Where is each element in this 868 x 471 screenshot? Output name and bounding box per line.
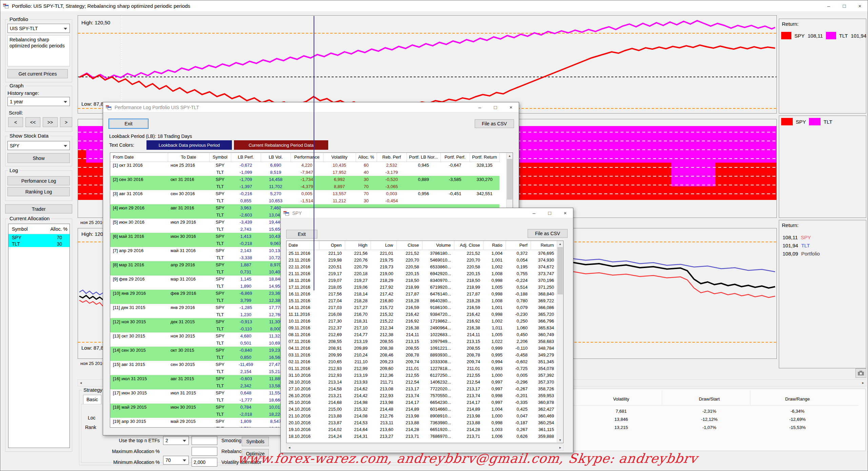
performance-log-row[interactable]: TLT0,85510,653-1,51411,21230-0,454 (110, 197, 499, 204)
spy-quote-row[interactable]: 02.11.2016210,65211,10209,23209,74103330… (287, 358, 557, 365)
maximize-icon[interactable]: □ (488, 102, 503, 112)
symbols-button[interactable]: Symbols (242, 437, 269, 446)
col-to-date[interactable]: To Date (168, 153, 209, 162)
col-lb-vol[interactable]: LB Vol. (261, 153, 291, 162)
spy-quote-row[interactable]: 03.11.2016209,99210,24208,46208,78889393… (287, 351, 557, 358)
spy-quote-row[interactable]: 10.11.2016217,30218,31215,22216,92171986… (287, 318, 557, 324)
spy-hscrollbar[interactable]: ◄ ► (286, 445, 564, 451)
scrollbar-right-icon[interactable]: ► (860, 381, 866, 385)
spy-quote-row[interactable]: 11.11.2016216,08216,70215,32216,42938472… (287, 311, 557, 318)
spy-quote-row[interactable]: 25.10.2016214,68214,98213,98214,17665423… (287, 399, 557, 406)
scroll-fast-right-button[interactable]: >> (43, 117, 58, 127)
spy-quote-row[interactable]: 18.10.2016214,24214,31213,27213,71768697… (287, 433, 557, 439)
scrollbar-up-icon[interactable]: ▲ (507, 153, 513, 159)
allocation-row[interactable]: TLT 30 (8, 241, 70, 247)
minimize-icon[interactable]: – (472, 102, 488, 112)
performance-log-row[interactable]: TLT-1,0998,519-7,94717,95240-3,179 (110, 169, 499, 176)
max-allocation-select[interactable]: 70 (163, 456, 189, 465)
spy-quote-row[interactable]: 19.10.2016214,02214,64213,60214,28665192… (287, 426, 557, 433)
stats-col-drawrange[interactable]: Draw/Range (760, 396, 835, 402)
stock-select[interactable]: SPY (7, 141, 70, 150)
scrollbar-thumb[interactable] (507, 159, 512, 200)
performance-log-button[interactable]: Perfomance Log (7, 176, 70, 185)
col-portf-lb[interactable]: Portf. LB Nor... (407, 153, 440, 162)
minimize-icon[interactable]: – (526, 208, 542, 218)
col-ratio[interactable]: Ratio (483, 241, 506, 250)
performance-log-row[interactable]: [1] окт 31 2016ноя 25 2016SPY-0,6726,690… (110, 162, 499, 169)
spy-vscrollbar[interactable]: ▲ ▼ (557, 241, 563, 443)
rebalance-strength-input[interactable] (192, 447, 217, 456)
spy-quote-row[interactable]: 24.10.2016215,00215,32214,48214,89601466… (287, 406, 557, 412)
col-high[interactable]: High (345, 241, 371, 250)
spy-quote-row[interactable]: 15.11.2016217,04218,28216,80218,28864028… (287, 297, 557, 304)
stats-col-drawstart[interactable]: Draw/Start (672, 396, 747, 402)
spy-quote-row[interactable]: 04.11.2016208,91209,89208,38208,55109122… (287, 345, 557, 351)
scrollbar-thumb[interactable] (557, 247, 563, 294)
snapshot-button[interactable] (855, 368, 866, 378)
price-chart-panel[interactable]: High: 120,50 Low: 87,88 (78, 15, 777, 114)
col-volume[interactable]: Volume (422, 241, 454, 250)
get-prices-button[interactable]: Get current Prices (7, 69, 68, 78)
spy-quote-row[interactable]: 25.11.2016221,10221,56221,01221,52378618… (287, 250, 557, 257)
performance-log-row[interactable]: [2] сен 30 2016окт 31 2016SPY-1,70914,45… (110, 176, 499, 183)
col-portf-return[interactable]: Portf. Return (470, 153, 499, 162)
history-range-select[interactable]: 1 year (7, 97, 70, 106)
spy-quote-row[interactable]: 09.11.2016212,37217,10212,34216,38249096… (287, 324, 557, 331)
scroll-right-button[interactable]: > (60, 117, 72, 127)
volatility-attenuator-input[interactable] (192, 458, 217, 467)
close-icon[interactable]: × (852, 0, 868, 11)
spy-quote-row[interactable]: 28.10.2016213,14213,93211,71212,54140623… (287, 378, 557, 385)
spy-quote-row[interactable]: 27.10.2016214,58214,62213,08213,17772202… (287, 385, 557, 392)
col-low[interactable]: Low (371, 241, 396, 250)
portfolio-select[interactable]: UIS SPY-TLT (7, 24, 70, 33)
col-symbol[interactable]: Symbol (209, 153, 231, 162)
tab-basic[interactable]: Basic (83, 395, 101, 404)
maximize-icon[interactable]: □ (542, 208, 557, 218)
scrollbar-left-icon[interactable]: ◄ (287, 446, 292, 449)
scrollbar-up-icon[interactable]: ▲ (557, 241, 563, 247)
spy-quote-row[interactable]: 16.11.2016217,56218,14217,42217,87647614… (287, 290, 557, 297)
spy-quote-row[interactable]: 31.10.2016212,93213,19212,36212,55612725… (287, 372, 557, 378)
col-lb-perf[interactable]: LB Perf. (231, 153, 261, 162)
scroll-left-button[interactable]: < (8, 117, 23, 127)
file-as-csv-button[interactable]: File as CSV (528, 229, 568, 238)
spy-titlebar[interactable]: SPY – □ × (281, 208, 573, 218)
col-return[interactable]: Return (531, 241, 557, 250)
performance-log-row[interactable]: TLT-1,39711,702-4,3798,89770-3,065 (110, 183, 499, 190)
col-perf[interactable]: Perf (506, 241, 531, 250)
col-adj-close[interactable]: Adj. Close (454, 241, 483, 250)
spy-quote-row[interactable]: 23.11.2016219,98220,76219,75220,70546901… (287, 257, 557, 263)
top-n-etfs-select[interactable]: 2 (163, 436, 189, 445)
spy-quote-row[interactable]: 22.11.2016220,51220,79219,73220,58653386… (287, 263, 557, 270)
scrollbar-right-icon[interactable]: ► (557, 446, 563, 449)
scroll-fast-left-button[interactable]: << (25, 117, 40, 127)
col-reb-perf[interactable]: Reb. Perf (377, 153, 407, 162)
exit-button[interactable]: Exit (108, 119, 149, 129)
close-icon[interactable]: × (557, 208, 573, 218)
allocation-col-symbol[interactable]: Symbol (8, 226, 38, 232)
spy-quote-row[interactable]: 20.10.2016213,87214,53213,11213,88736398… (287, 419, 557, 426)
scrollbar-down-icon[interactable]: ▼ (557, 437, 563, 443)
spy-quote-row[interactable]: 14.11.2016217,03217,27215,72216,59918610… (287, 304, 557, 311)
smoothing-weight-input[interactable] (192, 436, 217, 445)
exit-button[interactable]: Exit (286, 230, 317, 239)
ranking-log-button[interactable]: Ranking Log (7, 187, 70, 196)
spy-quote-row[interactable]: 01.11.2016212,93212,99209,60211,01122781… (287, 365, 557, 372)
stats-col-volatility[interactable]: Volatility (584, 396, 658, 402)
col-portf-perf[interactable]: Portf. Perf. (440, 153, 470, 162)
maximize-icon[interactable]: □ (836, 0, 852, 11)
performance-log-titlebar[interactable]: Performance Log Portfolio UIS SPY-TLT – … (103, 102, 519, 112)
minimize-icon[interactable]: – (821, 0, 836, 11)
col-performance[interactable]: Performance (291, 153, 323, 162)
col-close[interactable]: Close (396, 241, 422, 250)
spy-quote-row[interactable]: 21.10.2016213,88214,08212,76213,98890891… (287, 412, 557, 419)
spy-quote-row[interactable]: 18.11.2016219,07219,27218,29218,50834097… (287, 277, 557, 284)
file-as-csv-button[interactable]: File as CSV (475, 119, 514, 128)
allocation-col-alloc[interactable]: Alloc. % (38, 226, 67, 232)
spy-quote-row[interactable]: 08.11.2016212,69214,77212,38214,11102268… (287, 331, 557, 338)
close-icon[interactable]: × (503, 102, 519, 112)
col-from-date[interactable]: From Date (110, 153, 168, 162)
show-button[interactable]: Show (7, 153, 70, 163)
spy-quote-row[interactable]: 21.11.2016219,17220,18219,00220,15694292… (287, 270, 557, 277)
trader-button[interactable]: Trader (5, 204, 72, 213)
